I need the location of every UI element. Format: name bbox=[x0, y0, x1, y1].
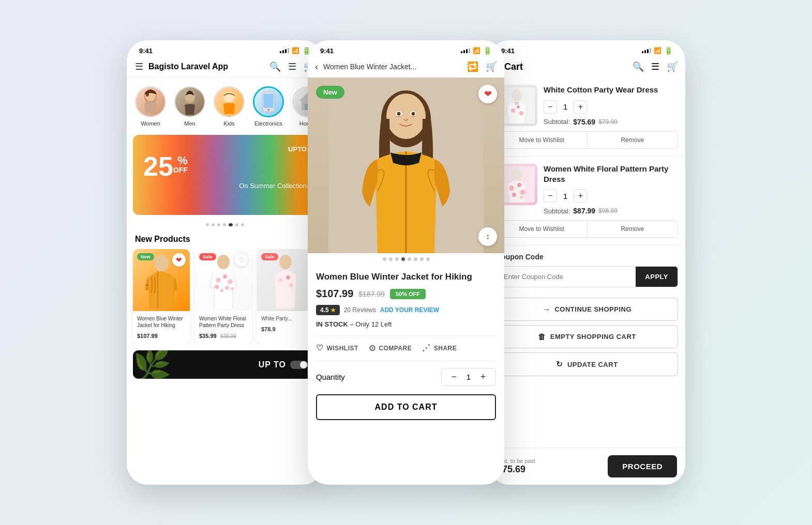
refresh-icon: ↻ bbox=[556, 360, 563, 369]
qty-minus-btn[interactable]: − bbox=[449, 372, 459, 382]
badge-new-1: New bbox=[137, 253, 154, 260]
promo-off: OFF bbox=[173, 166, 188, 174]
wishlist-action-btn[interactable]: ♡ WISHLIST bbox=[316, 343, 358, 353]
banner-dots bbox=[127, 219, 323, 230]
signal-icon-2 bbox=[461, 48, 470, 53]
product-price-3: $78.9 bbox=[261, 324, 310, 333]
rating-row: 4.5 ★ 20 Reviews ADD YOUR REVIEW bbox=[316, 305, 496, 315]
svg-point-46 bbox=[520, 196, 523, 199]
cart-qty-plus-2[interactable]: + bbox=[574, 189, 587, 203]
section-title: New Products bbox=[127, 230, 323, 249]
coupon-input[interactable] bbox=[497, 267, 636, 287]
status-bar-1: 9:41 📶 🔋 bbox=[127, 40, 323, 58]
proceed-btn[interactable]: PROCEED bbox=[608, 455, 677, 477]
promo-text: UPTO 25 % OFF On Summer Collection bbox=[143, 145, 307, 190]
heart-icon: ♡ bbox=[316, 343, 324, 353]
status-icons-1: 📶 🔋 bbox=[280, 47, 311, 55]
svg-point-9 bbox=[267, 109, 269, 111]
remove-btn-1[interactable]: Remove bbox=[588, 132, 678, 148]
product-card-2[interactable]: Sale ♡ bbox=[195, 249, 252, 344]
wishlist-btn-2[interactable]: ♡ bbox=[234, 253, 248, 267]
share-action-btn[interactable]: ⋰ SHARE bbox=[422, 343, 457, 353]
add-to-cart-btn[interactable]: ADD TO CART bbox=[316, 394, 496, 420]
hero-wishlist-btn[interactable]: ❤ bbox=[478, 85, 497, 103]
svg-point-43 bbox=[517, 183, 521, 187]
coupon-apply-btn[interactable]: APPLY bbox=[636, 267, 678, 287]
svg-point-33 bbox=[397, 112, 401, 116]
hero-badge-new: New bbox=[316, 86, 344, 99]
menu-icon[interactable]: ☰ bbox=[135, 61, 143, 72]
subtotal-row-1: Subtotal: $75.69 $79.99 bbox=[544, 118, 678, 126]
filter-icon[interactable]: ☰ bbox=[288, 61, 296, 72]
wifi-icon: 📶 bbox=[292, 47, 299, 54]
quantity-row: Quantity − 1 + bbox=[316, 368, 496, 386]
category-electronics[interactable]: Electronics bbox=[251, 86, 286, 127]
svg-point-21 bbox=[279, 278, 283, 282]
cart-item-name-2: Women White Floral Pattern Party Dress bbox=[544, 164, 678, 184]
category-men[interactable]: Men bbox=[172, 86, 207, 127]
svg-point-15 bbox=[228, 279, 233, 284]
battery-icon-2: 🔋 bbox=[483, 47, 492, 55]
product-card-3[interactable]: Sale White Party... $78.9 bbox=[257, 249, 314, 344]
cart-title: Cart bbox=[504, 61, 627, 72]
cart-icon-header[interactable]: 🛒 bbox=[486, 61, 497, 72]
battery-icon-3: 🔋 bbox=[664, 47, 673, 55]
cart-qty-plus-1[interactable]: + bbox=[574, 100, 587, 114]
product-price-1: $107.99 bbox=[137, 331, 186, 340]
cart-header-icons: 🔍 ☰ 🛒 bbox=[633, 61, 678, 72]
add-review-link[interactable]: ADD YOUR REVIEW bbox=[380, 306, 439, 314]
price-row: $107.99 $187.99 50% OFF bbox=[316, 288, 496, 300]
move-to-wishlist-btn-1[interactable]: Move to Wishlist bbox=[497, 132, 588, 148]
product-price-2: $35.99 $38.99 bbox=[199, 331, 248, 340]
svg-point-25 bbox=[300, 361, 307, 368]
svg-point-22 bbox=[286, 275, 290, 280]
svg-point-23 bbox=[289, 283, 293, 287]
share-icon-header[interactable]: 🔁 bbox=[467, 61, 478, 72]
subtotal-row-2: Subtotal: $87.99 $98.99 bbox=[544, 207, 678, 215]
back-icon[interactable]: ‹ bbox=[315, 61, 318, 72]
qty-value: 1 bbox=[467, 373, 471, 381]
svg-point-45 bbox=[512, 193, 516, 197]
wifi-icon-3: 📶 bbox=[654, 47, 661, 54]
status-icons-3: 📶 🔋 bbox=[642, 47, 673, 55]
category-men-label: Men bbox=[184, 120, 195, 127]
remove-btn-2[interactable]: Remove bbox=[588, 221, 678, 237]
svg-point-44 bbox=[520, 190, 525, 195]
empty-cart-btn[interactable]: 🗑 EMPTY SHOPPING CART bbox=[496, 325, 678, 348]
product-info-3: White Party... $78.9 bbox=[257, 311, 314, 337]
search-icon[interactable]: 🔍 bbox=[269, 61, 281, 72]
cart-qty-minus-2[interactable]: − bbox=[544, 189, 557, 203]
search-icon-cart[interactable]: 🔍 bbox=[633, 61, 644, 72]
svg-point-37 bbox=[511, 109, 515, 113]
cart-qty-minus-1[interactable]: − bbox=[544, 100, 557, 114]
continue-shopping-btn[interactable]: → CONTINUE SHOPPING bbox=[496, 298, 678, 321]
bottom-banner: 🌿 UP TO bbox=[133, 350, 317, 379]
category-kids[interactable]: Kids bbox=[212, 86, 247, 127]
promo-banner: UPTO 25 % OFF On Summer Collection bbox=[133, 135, 317, 215]
status-bar-2: 9:41 📶 🔋 bbox=[308, 40, 504, 58]
cart-icon-cart[interactable]: 🛒 bbox=[667, 61, 678, 72]
product-card-1[interactable]: New ❤ Women Blue Winter Jacke bbox=[133, 249, 190, 344]
price-current: $107.99 bbox=[316, 288, 353, 300]
cart-qty-value-2: 1 bbox=[563, 192, 567, 200]
svg-point-18 bbox=[220, 289, 223, 292]
update-cart-btn[interactable]: ↻ UPDATE CART bbox=[496, 352, 678, 376]
filter-icon-cart[interactable]: ☰ bbox=[651, 61, 659, 72]
cart-item-actions-1: Move to Wishlist Remove bbox=[496, 131, 678, 149]
phone-cart: 9:41 📶 🔋 ‹ Cart 🔍 ☰ 🛒 bbox=[489, 40, 685, 485]
product-detail-name: Women Blue Winter Jacket for Hiking bbox=[316, 271, 496, 283]
hero-image bbox=[308, 78, 504, 253]
hero-compare-btn[interactable]: ↕ bbox=[478, 227, 497, 246]
qty-row-cart-1: − 1 + bbox=[544, 100, 678, 114]
move-to-wishlist-btn-2[interactable]: Move to Wishlist bbox=[497, 221, 588, 237]
svg-point-13 bbox=[216, 277, 221, 283]
product-page-title: Women Blue Winter Jacket... bbox=[323, 63, 462, 71]
compare-action-btn[interactable]: ⊙ COMPARE bbox=[369, 343, 412, 353]
qty-plus-btn[interactable]: + bbox=[478, 372, 488, 382]
wishlist-btn-1[interactable]: ❤ bbox=[172, 253, 186, 267]
product-header: ‹ Women Blue Winter Jacket... 🔁 🛒 bbox=[308, 58, 504, 78]
category-women[interactable]: Women bbox=[133, 86, 168, 127]
wifi-icon-2: 📶 bbox=[473, 47, 480, 54]
category-women-label: Women bbox=[141, 120, 160, 127]
cart-buttons: → CONTINUE SHOPPING 🗑 EMPTY SHOPPING CAR… bbox=[489, 292, 685, 381]
